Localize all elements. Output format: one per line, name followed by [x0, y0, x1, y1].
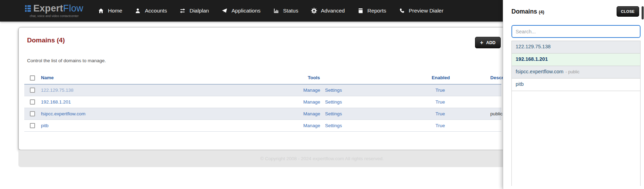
- settings-link[interactable]: Settings: [325, 123, 342, 128]
- nav-label: Advanced: [321, 8, 345, 14]
- user-icon: [135, 8, 141, 14]
- phone-icon: [399, 8, 405, 14]
- expertflow-logo[interactable]: ExpertFlow chat, voice and video contact…: [25, 4, 83, 18]
- manage-link[interactable]: Manage: [303, 123, 320, 128]
- list-item-label: fsipcc.expertflow.com: [516, 69, 564, 74]
- manage-link[interactable]: Manage: [303, 111, 320, 116]
- manage-link[interactable]: Manage: [303, 99, 320, 105]
- list-item-label: 122.129.75.138: [516, 44, 551, 49]
- row-checkbox[interactable]: [30, 99, 35, 105]
- gear-icon: [311, 8, 317, 14]
- nav-item-reports[interactable]: Reports: [357, 8, 386, 14]
- add-button-label: ADD: [486, 40, 495, 45]
- nav-label: Status: [283, 8, 298, 14]
- select-all-checkbox[interactable]: [30, 75, 35, 81]
- drawer-count: (4): [539, 9, 544, 15]
- nav-item-accounts[interactable]: Accounts: [135, 8, 167, 14]
- settings-link[interactable]: Settings: [325, 99, 342, 105]
- nav-item-dialplan[interactable]: Dialplan: [179, 8, 209, 14]
- drawer-title: Domains (4): [511, 6, 544, 17]
- settings-link[interactable]: Settings: [325, 88, 342, 93]
- table-row: 122.129.75.138 ManageSettings True: [24, 84, 501, 96]
- column-header-enabled[interactable]: Enabled: [432, 72, 490, 84]
- enabled-value: True: [435, 99, 445, 105]
- bar-chart-icon: [273, 8, 279, 14]
- book-icon: [357, 8, 364, 14]
- logo-flow: Flow: [63, 3, 83, 14]
- nav-item-home[interactable]: Home: [98, 8, 122, 14]
- page-title: Domains (4): [27, 36, 501, 44]
- enabled-value: True: [435, 111, 445, 116]
- domain-name-link[interactable]: fsipcc.expertflow.com: [41, 111, 85, 116]
- nav-item-advanced[interactable]: Advanced: [311, 8, 345, 14]
- add-button[interactable]: + ADD: [475, 37, 501, 48]
- logo-tagline: chat, voice and video contactcenter: [25, 14, 83, 18]
- nav-label: Dialplan: [189, 8, 209, 14]
- nav-item-preview-dialer[interactable]: Preview Dialer: [399, 8, 443, 14]
- enabled-value: True: [435, 88, 445, 93]
- list-item-label: pitb: [516, 81, 524, 87]
- logo-text: ExpertFlow: [33, 4, 83, 13]
- column-header-description[interactable]: Description: [490, 72, 501, 84]
- home-icon: [98, 8, 104, 14]
- column-header-tools: Tools: [294, 72, 432, 84]
- page-description: Control the list of domains to manage.: [27, 58, 501, 63]
- search-input[interactable]: [511, 25, 641, 38]
- table-row: pitb ManageSettings True: [24, 120, 501, 131]
- column-header-name[interactable]: Name: [41, 72, 294, 84]
- description-value: public: [490, 111, 502, 116]
- close-button[interactable]: CLOSE: [617, 6, 639, 17]
- row-checkbox[interactable]: [30, 88, 35, 93]
- list-item[interactable]: 192.168.1.201: [512, 54, 640, 66]
- list-item-suffix: - public: [566, 69, 579, 74]
- table-row: fsipcc.expertflow.com ManageSettings Tru…: [24, 108, 501, 120]
- table-row: 192.168.1.201 ManageSettings True: [24, 96, 501, 108]
- domain-name-link[interactable]: 122.129.75.138: [41, 88, 74, 93]
- domain-name-link[interactable]: pitb: [41, 123, 49, 128]
- list-item[interactable]: fsipcc.expertflow.com - public: [512, 66, 640, 79]
- domains-drawer: Domains (4) CLOSE 122.129.75.138 192.168…: [503, 0, 644, 189]
- list-item[interactable]: 122.129.75.138: [512, 41, 640, 54]
- plus-icon: +: [480, 40, 483, 46]
- nav-label: Accounts: [145, 8, 167, 14]
- nav-label: Preview Dialer: [409, 8, 443, 14]
- list-item-label: 192.168.1.201: [516, 56, 548, 62]
- settings-link[interactable]: Settings: [325, 111, 342, 116]
- row-checkbox[interactable]: [30, 123, 35, 128]
- manage-link[interactable]: Manage: [303, 88, 320, 93]
- row-checkbox[interactable]: [30, 111, 35, 116]
- nav-item-status[interactable]: Status: [273, 8, 298, 14]
- transfer-arrows-icon: [179, 8, 186, 14]
- nav-label: Reports: [367, 8, 386, 14]
- nav-label: Applications: [231, 8, 261, 14]
- domains-table: Name Tools Enabled Description 122.129.7…: [24, 72, 501, 132]
- main-nav: Home Accounts Dialplan Applications Stat…: [98, 8, 443, 14]
- domains-card: Domains (4) + ADD Control the list of do…: [18, 27, 507, 150]
- drawer-title-text: Domains: [511, 8, 537, 15]
- logo-expert: Expert: [33, 3, 63, 14]
- drawer-domain-list: 122.129.75.138 192.168.1.201 fsipcc.expe…: [511, 41, 641, 186]
- nav-label: Home: [108, 8, 122, 14]
- table-header-row: Name Tools Enabled Description: [24, 72, 501, 84]
- copyright-text: © Copyright 2008 - 2024 expertflow.com A…: [260, 156, 384, 161]
- paper-plane-icon: [221, 8, 228, 14]
- drawer-header: Domains (4) CLOSE: [511, 6, 641, 17]
- scrollbar-thumb[interactable]: [642, 6, 644, 19]
- enabled-value: True: [435, 123, 445, 128]
- list-item[interactable]: pitb: [512, 79, 640, 91]
- nav-item-applications[interactable]: Applications: [221, 8, 261, 14]
- logo-dots-icon: [25, 5, 31, 12]
- domain-name-link[interactable]: 192.168.1.201: [41, 99, 71, 105]
